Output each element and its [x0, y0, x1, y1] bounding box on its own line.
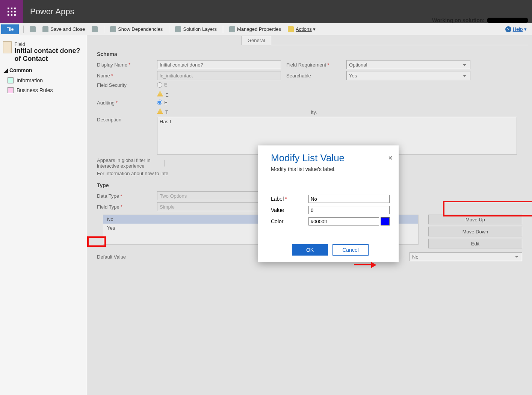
svg-rect-1 — [11, 8, 12, 9]
svg-rect-5 — [14, 11, 16, 12]
managed-props-label: Managed Properties — [237, 26, 281, 32]
modal-label-field[interactable] — [308, 195, 390, 203]
save-close-icon — [42, 26, 48, 32]
help-label: Help — [513, 26, 523, 32]
managed-icon — [229, 26, 235, 32]
svg-rect-4 — [11, 11, 12, 12]
actions-icon — [288, 26, 294, 32]
svg-rect-0 — [8, 8, 9, 9]
close-icon[interactable]: × — [388, 154, 393, 162]
modify-list-value-dialog: × Modify List Value Modify this list val… — [258, 145, 399, 262]
save-new-icon — [92, 26, 98, 32]
help-menu[interactable]: ?Help ▾ — [505, 26, 527, 32]
save-icon — [30, 26, 36, 32]
svg-rect-7 — [11, 14, 12, 16]
ok-button[interactable]: OK — [292, 244, 328, 256]
solution-layers-label: Solution Layers — [183, 26, 217, 32]
file-tab[interactable]: File — [1, 24, 19, 34]
info-icon — [8, 77, 14, 83]
sidebar-item-business-rules[interactable]: Business Rules — [0, 85, 87, 95]
managed-properties-button[interactable]: Managed Properties — [227, 25, 283, 34]
save-button[interactable] — [27, 25, 38, 34]
svg-rect-3 — [8, 11, 9, 12]
svg-rect-8 — [14, 14, 16, 16]
modal-value-label: Value — [271, 207, 308, 213]
dialog-title: Modify List Value — [271, 152, 390, 164]
app-launcher[interactable] — [0, 0, 23, 23]
save-new-button[interactable] — [89, 25, 100, 34]
modal-color-field[interactable] — [308, 217, 379, 225]
dialog-subtitle: Modify this list value's label. — [271, 166, 390, 172]
svg-rect-2 — [14, 8, 16, 9]
entity-type: Field — [15, 41, 84, 47]
brand-title: Power Apps — [30, 7, 74, 17]
actions-label: Actions — [296, 26, 312, 32]
modal-color-label: Color — [271, 218, 308, 224]
modal-label-label: Label — [271, 196, 308, 202]
side-common-head[interactable]: ◢ Common — [0, 65, 87, 76]
help-icon: ? — [505, 26, 511, 32]
modal-value-field[interactable] — [308, 206, 390, 214]
actions-menu[interactable]: Actions ▾ — [286, 25, 318, 34]
rules-icon — [8, 87, 14, 93]
dependencies-icon — [110, 26, 116, 32]
page-title: Initial contact done? of Contact — [15, 47, 84, 63]
save-close-label: Save and Close — [50, 26, 85, 32]
layers-icon — [175, 26, 181, 32]
sidebar-item-information[interactable]: Information — [0, 76, 87, 85]
show-dependencies-button[interactable]: Show Dependencies — [108, 25, 165, 34]
color-swatch[interactable] — [381, 217, 390, 225]
save-and-close-button[interactable]: Save and Close — [40, 25, 87, 34]
waffle-icon — [7, 7, 17, 17]
svg-rect-6 — [8, 14, 9, 16]
field-icon — [3, 41, 12, 53]
show-dep-label: Show Dependencies — [118, 26, 163, 32]
solution-layers-button[interactable]: Solution Layers — [173, 25, 219, 34]
cancel-button[interactable]: Cancel — [332, 244, 369, 256]
working-on-solution: Working on solution: — [432, 17, 528, 23]
